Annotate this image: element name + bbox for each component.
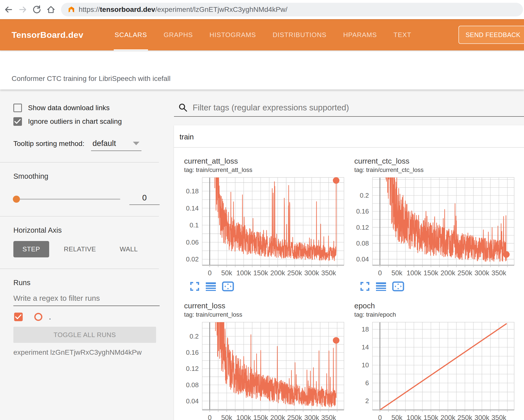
line-chart[interactable]: 0.040.080.120.160.2050k100k150k200k250k3… [184, 321, 345, 420]
send-feedback-button[interactable]: SEND FEEDBACK [458, 26, 524, 44]
experiment-description: Conformer CTC training for LibriSpeech w… [12, 75, 170, 83]
tag-filter-input[interactable] [193, 103, 495, 112]
app-header: TensorBoard.dev SCALARS GRAPHS HISTOGRAM… [0, 19, 524, 50]
slider-thumb[interactable] [13, 196, 20, 203]
ignore-outliers-row[interactable]: Ignore outliers in chart scaling [13, 117, 174, 126]
svg-text:10: 10 [362, 361, 369, 369]
fit-to-data-icon[interactable] [222, 281, 234, 291]
brand-title: TensorBoard.dev [12, 30, 83, 40]
tab-histograms[interactable]: HISTOGRAMS [209, 19, 257, 50]
svg-text:250k: 250k [457, 269, 472, 277]
nav-tabs: SCALARS GRAPHS HISTOGRAMS DISTRIBUTIONS … [114, 19, 427, 50]
y-axis-toggle-icon[interactable] [375, 281, 387, 291]
chevron-down-icon [133, 142, 139, 145]
svg-text:250k: 250k [287, 269, 302, 277]
experiment-title-band: Conformer CTC training for LibriSpeech w… [0, 50, 524, 89]
tooltip-sorting-label: Tooltip sorting method: [13, 140, 84, 148]
sidebar-divider [0, 216, 159, 217]
line-chart[interactable]: 0.020.060.10.140.18050k100k150k200k250k3… [184, 176, 345, 277]
svg-text:300k: 300k [475, 414, 489, 420]
tooltip-sorting-select[interactable]: default [91, 139, 141, 151]
svg-text:300k: 300k [304, 414, 319, 420]
back-icon[interactable] [3, 4, 14, 15]
axis-relative-button[interactable]: RELATIVE [55, 241, 105, 257]
ignore-outliers-checkbox[interactable] [13, 117, 22, 126]
runs-filter-input[interactable] [13, 292, 160, 306]
svg-text:0.16: 0.16 [356, 207, 369, 215]
svg-text:0.2: 0.2 [360, 192, 369, 199]
url-bar[interactable]: https://tensorboard.dev/experiment/lzGnE… [61, 3, 523, 16]
svg-text:0: 0 [208, 269, 212, 277]
show-download-links-row[interactable]: Show data download links [13, 104, 174, 112]
runs-label: Runs [13, 279, 174, 287]
chart-toolbar [360, 281, 524, 291]
expand-chart-icon[interactable] [190, 281, 200, 291]
experiment-id-label: experiment lzGnETjwRxC3yghNMd4kPw [13, 348, 174, 356]
svg-text:50k: 50k [391, 414, 402, 420]
line-chart[interactable]: 26101418050k100k150k200k250k300k350k [354, 321, 516, 420]
line-chart[interactable]: 0.040.080.120.160.2050k100k150k200k250k3… [354, 176, 516, 277]
svg-text:0.08: 0.08 [356, 239, 369, 247]
y-axis-toggle-icon[interactable] [205, 281, 216, 291]
svg-text:100k: 100k [406, 414, 421, 420]
tab-text[interactable]: TEXT [393, 19, 412, 50]
tag-filter-row [174, 89, 524, 117]
svg-text:0.04: 0.04 [356, 255, 369, 263]
svg-text:50k: 50k [221, 269, 232, 277]
svg-text:6: 6 [365, 379, 369, 387]
axis-wall-button[interactable]: WALL [111, 241, 147, 257]
svg-text:0.2: 0.2 [190, 333, 199, 340]
chart-title: current_loss [184, 302, 354, 310]
svg-text:2: 2 [365, 397, 369, 405]
svg-text:200k: 200k [441, 269, 455, 277]
svg-text:300k: 300k [304, 269, 319, 277]
svg-text:300k: 300k [475, 269, 489, 277]
svg-text:0.12: 0.12 [356, 224, 369, 231]
svg-text:250k: 250k [287, 414, 302, 420]
run-list-item[interactable]: . [14, 313, 174, 321]
svg-text:0.18: 0.18 [186, 187, 199, 195]
chart-current-att-loss: current_att_loss tag: train/current_att_… [184, 157, 354, 291]
svg-text:0.02: 0.02 [186, 255, 199, 263]
sidebar-divider [0, 162, 159, 163]
tab-graphs[interactable]: GRAPHS [163, 19, 194, 50]
forward-icon[interactable] [17, 4, 28, 15]
home-icon[interactable] [45, 4, 56, 15]
expand-chart-icon[interactable] [360, 281, 370, 291]
svg-text:150k: 150k [424, 269, 439, 277]
svg-text:0.16: 0.16 [186, 349, 199, 356]
svg-text:50k: 50k [221, 414, 232, 420]
smoothing-slider[interactable] [13, 199, 120, 200]
svg-text:0.06: 0.06 [186, 238, 199, 246]
settings-sidebar: Show data download links Ignore outliers… [0, 89, 174, 420]
svg-text:150k: 150k [424, 414, 439, 420]
svg-text:350k: 350k [491, 414, 506, 420]
svg-text:0.14: 0.14 [186, 204, 199, 212]
tab-hparams[interactable]: HPARAMS [342, 19, 378, 50]
group-title[interactable]: train [174, 125, 524, 148]
tab-distributions[interactable]: DISTRIBUTIONS [272, 19, 328, 50]
tooltip-sorting-value: default [93, 139, 116, 148]
show-download-links-checkbox[interactable] [13, 104, 22, 112]
content-area: Show data download links Ignore outliers… [0, 89, 524, 420]
horizontal-axis-buttons: STEP RELATIVE WALL [13, 241, 174, 257]
chart-title: current_ctc_loss [354, 157, 524, 165]
smoothing-value[interactable]: 0 [129, 193, 160, 205]
reload-icon[interactable] [31, 4, 42, 15]
chart-epoch: epoch tag: train/epoch 26101418050k100k1… [354, 302, 524, 420]
tab-scalars[interactable]: SCALARS [114, 19, 148, 50]
svg-text:250k: 250k [457, 414, 472, 420]
svg-text:0: 0 [378, 414, 382, 420]
run-checkbox[interactable] [14, 313, 23, 321]
svg-text:100k: 100k [406, 269, 421, 277]
svg-text:150k: 150k [253, 269, 268, 277]
axis-step-button[interactable]: STEP [13, 241, 49, 257]
chart-tag: tag: train/current_loss [184, 311, 354, 318]
toggle-all-runs-button[interactable]: TOGGLE ALL RUNS [13, 327, 156, 343]
smoothing-control: 0 [13, 193, 174, 205]
run-color-ring-icon [34, 313, 42, 321]
svg-text:50k: 50k [391, 269, 402, 277]
url-text: https://tensorboard.dev/experiment/lzGnE… [79, 6, 287, 14]
browser-chrome: https://tensorboard.dev/experiment/lzGnE… [0, 0, 524, 19]
fit-to-data-icon[interactable] [392, 281, 404, 291]
